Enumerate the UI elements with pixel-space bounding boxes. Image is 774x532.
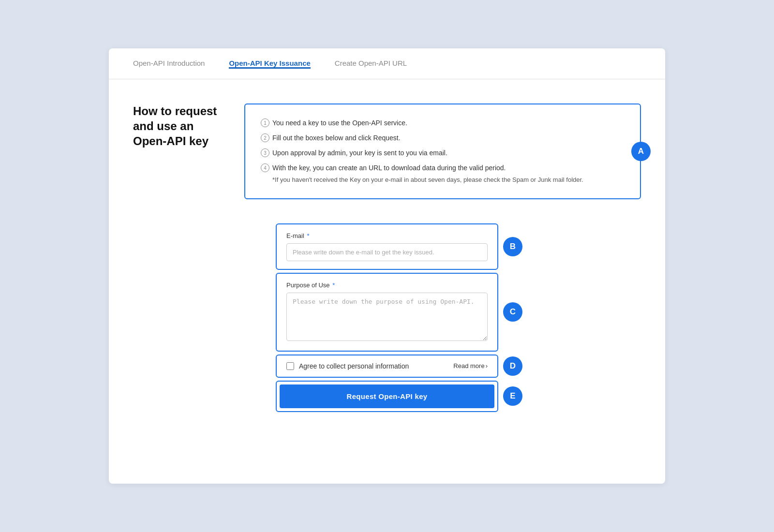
tab-intro[interactable]: Open-API Introduction <box>133 59 205 68</box>
step-num-2: 2 <box>261 133 269 142</box>
badge-c: C <box>503 302 522 322</box>
purpose-required: * <box>331 281 335 289</box>
step-num-4: 4 <box>261 163 269 172</box>
step-2-text: Fill out the boxes below and click Reque… <box>272 133 401 143</box>
email-input[interactable] <box>286 243 488 261</box>
read-more-link[interactable]: Read more › <box>453 362 488 369</box>
purpose-label: Purpose of Use * <box>286 281 488 289</box>
checkbox-left: Agree to collect personal information <box>286 362 409 370</box>
step-3-text: Upon approval by admin, your key is sent… <box>272 148 447 158</box>
checkbox-box: Agree to collect personal information Re… <box>276 355 498 378</box>
step-4-note: *If you haven't received the Key on your… <box>272 175 583 185</box>
form-section: E-mail * B Purpose of Use * C <box>133 223 641 412</box>
email-required: * <box>305 232 310 239</box>
tab-bar: Open-API Introduction Open-API Key Issua… <box>109 48 665 79</box>
agree-checkbox[interactable] <box>286 362 294 370</box>
step-2: 2 Fill out the boxes below and click Req… <box>261 133 625 143</box>
page-content: How to requestand use anOpen-API key 1 Y… <box>109 79 665 412</box>
read-more-chevron: › <box>486 362 488 369</box>
badge-a: A <box>631 142 651 161</box>
step-3: 3 Upon approval by admin, your key is se… <box>261 148 625 158</box>
main-card: Open-API Introduction Open-API Key Issua… <box>109 48 665 484</box>
checkbox-label: Agree to collect personal information <box>299 362 409 370</box>
how-to-title: How to requestand use anOpen-API key <box>133 103 230 149</box>
step-1: 1 You need a key to use the Open-API ser… <box>261 118 625 128</box>
purpose-field-box: Purpose of Use * C <box>276 273 498 352</box>
email-field-box: E-mail * B <box>276 223 498 270</box>
steps-list: 1 You need a key to use the Open-API ser… <box>261 118 625 185</box>
badge-e: E <box>503 386 522 406</box>
read-more-text: Read more <box>453 362 484 369</box>
badge-d: D <box>503 356 522 376</box>
top-section: How to requestand use anOpen-API key 1 Y… <box>133 103 641 199</box>
step-4: 4 With the key, you can create an URL to… <box>261 163 625 185</box>
badge-b: B <box>503 237 522 256</box>
email-label: E-mail * <box>286 232 488 239</box>
step-num-1: 1 <box>261 118 269 127</box>
info-box: 1 You need a key to use the Open-API ser… <box>244 103 641 199</box>
step-num-3: 3 <box>261 148 269 157</box>
submit-button[interactable]: Request Open-API key <box>280 384 494 408</box>
tab-url[interactable]: Create Open-API URL <box>335 59 407 68</box>
purpose-textarea[interactable] <box>286 293 488 341</box>
form-wrapper: E-mail * B Purpose of Use * C <box>276 223 498 412</box>
step-4-text: With the key, you can create an URL to d… <box>272 163 506 173</box>
tab-issuance[interactable]: Open-API Key Issuance <box>229 59 310 69</box>
step-1-text: You need a key to use the Open-API servi… <box>272 118 407 128</box>
submit-box: Request Open-API key E <box>276 381 498 412</box>
